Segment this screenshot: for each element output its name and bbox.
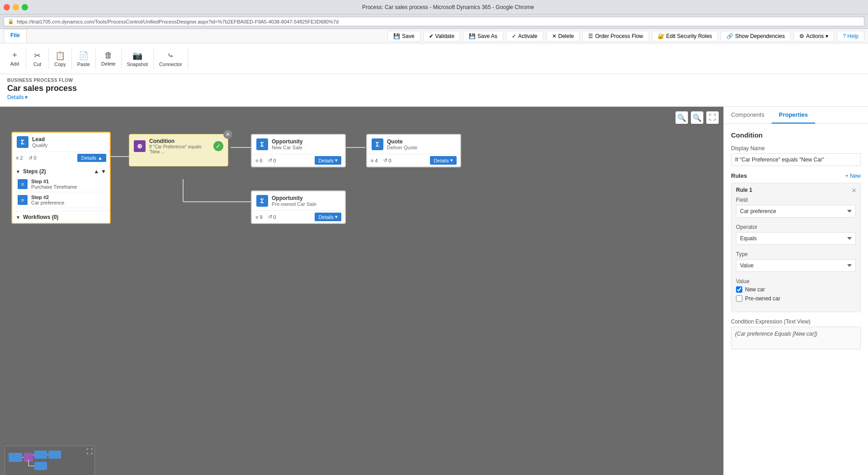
connector-icon: ⤷ xyxy=(167,51,174,61)
chevron-down-icon: ▾ xyxy=(335,157,338,163)
opp-new-details-button[interactable]: Details ▾ xyxy=(315,156,341,165)
actions-button[interactable]: ⚙ Actions ▾ xyxy=(793,31,834,42)
connector-action[interactable]: ⤷ Connector xyxy=(154,49,188,69)
lead-details-button[interactable]: Details ▲ xyxy=(77,154,106,162)
condition-node-icon: ⊕ xyxy=(134,140,146,152)
save-as-button[interactable]: 💾 Save As xyxy=(463,31,503,42)
add-icon: + xyxy=(12,51,17,60)
step2-item[interactable]: ≡ Step #2 Car preference xyxy=(16,192,106,208)
activate-button[interactable]: ✓ Activate xyxy=(506,31,543,42)
arrow-up-icon[interactable]: ▲ xyxy=(94,168,99,175)
validate-button[interactable]: ✔ Validate xyxy=(423,31,460,42)
field-label: Field xyxy=(736,197,856,203)
lead-node-subtitle: Qualify xyxy=(32,142,47,148)
opp-pre-details-button[interactable]: Details ▾ xyxy=(315,213,341,221)
steps-header: ▼ Steps (2) ▲ ▼ xyxy=(16,166,106,176)
step2-icon: ≡ xyxy=(18,195,28,205)
flow-icon: ↺ xyxy=(28,155,33,161)
steps-section: ▼ Steps (2) ▲ ▼ ≡ Step #1 Purchase Timef… xyxy=(12,164,110,211)
bpf-details-link[interactable]: Details ▾ xyxy=(7,94,861,100)
rule1-close-btn[interactable]: ✕ xyxy=(851,187,857,194)
activate-icon: ✓ xyxy=(512,33,516,39)
value-preowned-car-item[interactable]: Pre-owned car xyxy=(736,295,856,302)
copy-action[interactable]: 📋 Copy xyxy=(49,49,72,69)
condition-expr-label: Condition Expression (Text View) xyxy=(731,318,861,325)
process-canvas[interactable]: Σ Lead Qualify ≡ 2 ↺ 0 Details ▲ xyxy=(0,107,723,475)
value-new-car-item[interactable]: New car xyxy=(736,286,856,293)
delete-toolbar-icon: 🗑 xyxy=(104,51,113,60)
minimap-nodes xyxy=(5,446,94,475)
browser-controls xyxy=(4,4,28,10)
opp-pre-footer: ≡ 9 ↺ 0 Details ▾ xyxy=(252,210,345,223)
type-select[interactable]: Value xyxy=(736,259,856,272)
operator-select[interactable]: Equals xyxy=(736,232,856,245)
arrow-down-icon[interactable]: ▼ xyxy=(101,168,106,175)
step1-item[interactable]: ≡ Step #1 Purchase Timeframe xyxy=(16,176,106,192)
step2-name: Car preference xyxy=(31,200,64,205)
lead-node[interactable]: Σ Lead Qualify ≡ 2 ↺ 0 Details ▲ xyxy=(11,132,111,224)
steps-arrows[interactable]: ▲ ▼ xyxy=(94,168,106,175)
value-label: Value xyxy=(736,278,856,285)
condition-node[interactable]: ✕ ⊕ Condition If "Car Preference" equals… xyxy=(129,134,228,166)
minimize-btn[interactable] xyxy=(13,4,19,10)
maximize-btn[interactable] xyxy=(22,4,28,10)
condition-check-icon: ✓ xyxy=(213,141,223,151)
display-name-label: Display Name xyxy=(731,145,861,152)
condition-node-title: Condition xyxy=(149,138,210,144)
panel-content: Condition Display Name Rules + New Rule … xyxy=(724,124,868,475)
opp-pre-subtitle: Pre-owned Car Sale xyxy=(272,201,316,207)
bpf-header: BUSINESS PROCESS FLOW Car sales process … xyxy=(0,74,868,107)
cut-action[interactable]: ✂ Cut xyxy=(26,49,49,69)
address-bar[interactable]: 🔒 https://trial1705.crm.dynamics.com/Too… xyxy=(4,17,864,26)
value-new-car-checkbox[interactable] xyxy=(736,286,742,293)
security-icon: 🔐 xyxy=(658,33,665,39)
close-btn[interactable] xyxy=(4,4,10,10)
zoom-controls: 🔍 🔍 ⛶ xyxy=(675,111,719,124)
snapshot-action[interactable]: 📷 Snapshot xyxy=(122,49,154,69)
steps-icon: ≡ xyxy=(255,214,258,220)
quote-details-button[interactable]: Details ▾ xyxy=(430,156,457,165)
paste-action[interactable]: 📄 Paste xyxy=(72,49,96,69)
new-rule-link[interactable]: + New xyxy=(845,173,861,179)
field-select[interactable]: Car preference xyxy=(736,205,856,218)
tab-file[interactable]: File xyxy=(4,29,27,43)
minimap[interactable]: ⛶ xyxy=(5,446,95,475)
workflows-section: ▼ Workflows (0) xyxy=(12,211,110,223)
help-button[interactable]: ? Help xyxy=(837,31,864,42)
rule1-title: Rule 1 xyxy=(736,187,856,193)
edit-security-roles-button[interactable]: 🔐 Edit Security Roles xyxy=(652,31,718,42)
delete-toolbar-action[interactable]: 🗑 Delete xyxy=(96,49,122,68)
display-name-input[interactable] xyxy=(731,153,861,166)
value-preowned-car-checkbox[interactable] xyxy=(736,295,742,302)
bpf-title: Car sales process xyxy=(7,84,861,93)
show-dependencies-button[interactable]: 🔗 Show Dependencies xyxy=(721,31,791,42)
tab-components[interactable]: Components xyxy=(724,107,772,124)
ribbon-tabs-row: File 💾 Save ✔ Validate 💾 Save As ✓ Activ… xyxy=(0,29,868,43)
workflows-header: ▼ Workflows (0) xyxy=(16,214,106,220)
save-button[interactable]: 💾 Save xyxy=(387,31,420,42)
opp-new-footer: ≡ 6 ↺ 0 Details ▾ xyxy=(252,154,345,166)
delete-icon: ✕ xyxy=(552,33,557,39)
zoom-in-button[interactable]: 🔍 xyxy=(691,111,703,124)
delete-button[interactable]: ✕ Delete xyxy=(546,31,580,42)
quote-node[interactable]: Σ Quote Deliver Quote ≡ 4 ↺ 0 Details ▾ xyxy=(366,134,461,167)
condition-close-btn[interactable]: ✕ xyxy=(223,130,232,139)
bpf-label: BUSINESS PROCESS FLOW xyxy=(7,78,861,83)
opportunity-new-node[interactable]: Σ Opportunity New Car Sale ≡ 6 ↺ 0 Detai… xyxy=(251,134,346,167)
condition-node-header: ⊕ Condition If "Car Preference" equals "… xyxy=(129,134,228,158)
step1-name: Purchase Timeframe xyxy=(31,184,77,190)
opp-pre-flow: ↺ 0 xyxy=(268,214,276,220)
opportunity-preowned-node[interactable]: Σ Opportunity Pre-owned Car Sale ≡ 9 ↺ 0… xyxy=(251,190,346,224)
cut-icon: ✂ xyxy=(34,51,41,61)
toolbar-row: + Add ✂ Cut 📋 Copy 📄 Paste 🗑 Delete 📷 Sn… xyxy=(0,43,868,74)
dependencies-icon: 🔗 xyxy=(726,33,733,39)
order-process-flow-button[interactable]: ☰ Order Process Flow xyxy=(582,31,649,42)
add-action[interactable]: + Add xyxy=(4,49,26,68)
fit-button[interactable]: ⛶ xyxy=(706,111,719,124)
tab-properties[interactable]: Properties xyxy=(772,107,815,124)
rules-header: Rules + New xyxy=(731,172,861,179)
zoom-out-button[interactable]: 🔍 xyxy=(675,111,688,124)
quote-subtitle: Deliver Quote xyxy=(387,145,417,150)
quote-flow: ↺ 0 xyxy=(383,157,392,163)
value-checkbox-group: New car Pre-owned car xyxy=(736,286,856,302)
